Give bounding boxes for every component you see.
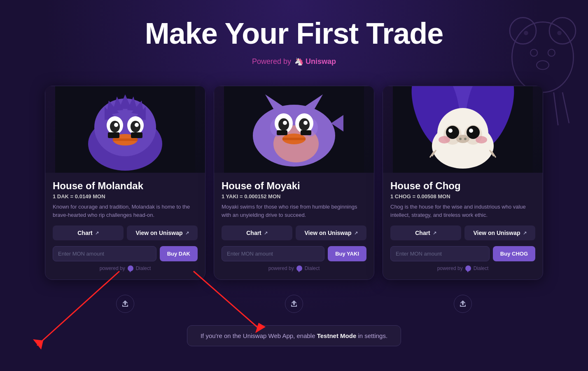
card-yaki-body: House of Moyaki 1 YAKI = 0.000152 MON Mo… <box>214 180 374 271</box>
chart-button-yaki[interactable]: Chart ↗ <box>222 225 292 240</box>
card-yaki-buttons: Chart ↗ View on Uniswap ↗ <box>222 225 366 240</box>
buy-button-yaki[interactable]: Buy YAKI <box>328 246 366 261</box>
svg-point-67 <box>469 129 473 133</box>
chart-button-dak[interactable]: Chart ↗ <box>53 225 124 240</box>
svg-point-70 <box>456 135 469 143</box>
mon-input-chog[interactable] <box>390 246 490 261</box>
chart-button-chog[interactable]: Chart ↗ <box>390 225 461 240</box>
svg-point-47 <box>283 121 287 125</box>
svg-rect-50 <box>282 138 306 140</box>
svg-rect-52 <box>301 130 311 135</box>
share-button-dak[interactable] <box>116 295 134 313</box>
share-area-yaki <box>214 295 374 313</box>
mon-input-yaki[interactable] <box>222 246 324 261</box>
card-yaki-name: House of Moyaki <box>222 180 366 192</box>
card-chog: House of Chog 1 CHOG = 0.00508 MON Chog … <box>383 86 543 280</box>
card-yaki-desc: Moyaki swims for those who rise from hum… <box>222 203 366 219</box>
uniswap-button-dak[interactable]: View on Uniswap ↗ <box>127 225 198 240</box>
chog-illustration <box>393 86 533 173</box>
buy-button-dak[interactable]: Buy DAK <box>160 246 198 261</box>
svg-rect-34 <box>108 132 119 138</box>
testnet-mode-highlight: Testnet Mode <box>317 332 357 339</box>
share-icon-yaki <box>290 300 298 308</box>
card-yaki-buy-row: Buy YAKI <box>222 246 366 261</box>
dialect-icon-dak <box>128 265 133 271</box>
cards-container: House of Molandak 1 DAK = 0.0149 MON Kno… <box>20 86 568 280</box>
card-yaki: House of Moyaki 1 YAKI = 0.000152 MON Mo… <box>214 86 374 280</box>
external-icon-uniswap-yaki: ↗ <box>354 230 358 236</box>
card-chog-rate: 1 CHOG = 0.00508 MON <box>390 193 535 200</box>
uniswap-button-yaki[interactable]: View on Uniswap ↗ <box>296 225 366 240</box>
external-icon-chart-yaki: ↗ <box>264 230 268 236</box>
svg-point-30 <box>114 123 118 127</box>
page-title: Make Your First Trade <box>145 16 443 50</box>
share-buttons-row <box>45 295 543 313</box>
moyaki-illustration <box>224 86 364 173</box>
card-dak: House of Molandak 1 DAK = 0.0149 MON Kno… <box>45 86 205 280</box>
powered-by-header: Powered by 🦄 Uniswap <box>252 57 336 66</box>
share-icon-dak <box>121 300 129 308</box>
svg-point-72 <box>464 138 467 140</box>
buy-button-chog[interactable]: Buy CHOG <box>493 246 535 261</box>
card-dak-name: House of Molandak <box>53 180 198 192</box>
share-button-yaki[interactable] <box>285 295 303 313</box>
card-chog-desc: Chog is the house for the wise and indus… <box>390 203 535 219</box>
external-icon-chart-chog: ↗ <box>433 230 436 236</box>
uniswap-label: 🦄 Uniswap <box>294 57 336 66</box>
svg-rect-35 <box>131 132 142 138</box>
card-dak-rate: 1 DAK = 0.0149 MON <box>53 193 198 200</box>
card-chog-buy-row: Buy CHOG <box>390 246 535 261</box>
svg-rect-33 <box>113 139 138 141</box>
dialect-icon-chog <box>465 265 471 271</box>
card-dak-image <box>45 86 205 173</box>
dialect-label-yaki: powered by Dialect <box>222 265 366 271</box>
svg-point-48 <box>303 121 308 125</box>
card-dak-desc: Known for courage and tradition, Molanda… <box>53 203 198 219</box>
card-yaki-rate: 1 YAKI = 0.000152 MON <box>222 193 366 200</box>
svg-point-69 <box>476 136 487 143</box>
share-area-dak <box>45 295 205 313</box>
svg-rect-51 <box>277 130 287 135</box>
external-icon-chart-dak: ↗ <box>95 230 99 236</box>
page-content: Make Your First Trade Powered by 🦄 Unisw… <box>0 0 588 355</box>
external-icon-uniswap-chog: ↗ <box>523 230 527 236</box>
card-dak-buttons: Chart ↗ View on Uniswap ↗ <box>53 225 198 240</box>
powered-by-label: Powered by <box>252 57 291 66</box>
dialect-label-chog: powered by Dialect <box>390 265 535 271</box>
card-chog-image <box>383 86 543 173</box>
card-yaki-image <box>214 86 374 173</box>
svg-point-68 <box>439 136 450 143</box>
bottom-notice: If you're on the Uniswap Web App, enable… <box>187 325 401 346</box>
mon-input-dak[interactable] <box>53 246 156 261</box>
share-icon-chog <box>459 300 467 308</box>
svg-point-66 <box>448 129 453 133</box>
svg-point-71 <box>459 138 462 140</box>
molandak-illustration <box>55 86 195 173</box>
dialect-label-dak: powered by Dialect <box>53 265 198 271</box>
card-dak-buy-row: Buy DAK <box>53 246 198 261</box>
card-chog-name: House of Chog <box>390 180 535 192</box>
share-button-chog[interactable] <box>454 295 472 313</box>
svg-point-31 <box>135 123 139 127</box>
share-area-chog <box>383 295 543 313</box>
card-dak-body: House of Molandak 1 DAK = 0.0149 MON Kno… <box>45 180 205 271</box>
card-chog-buttons: Chart ↗ View on Uniswap ↗ <box>390 225 535 240</box>
svg-marker-13 <box>33 339 43 350</box>
external-icon-uniswap-dak: ↗ <box>185 230 189 236</box>
card-chog-body: House of Chog 1 CHOG = 0.00508 MON Chog … <box>383 180 543 271</box>
uniswap-button-chog[interactable]: View on Uniswap ↗ <box>464 225 535 240</box>
dialect-icon-yaki <box>296 265 302 271</box>
